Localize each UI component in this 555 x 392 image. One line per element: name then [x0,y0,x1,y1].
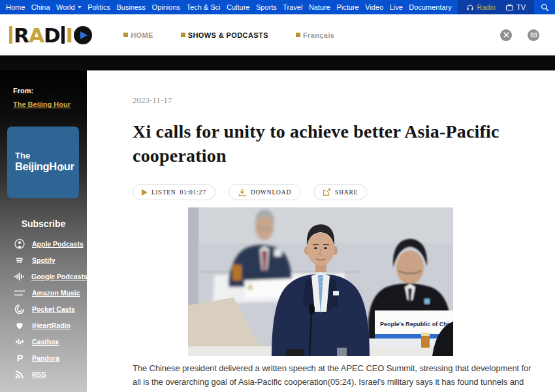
podcast-sidebar: From: The Beijing Hour The BeijingHur Su… [0,70,87,392]
radio-label: Radio [477,3,496,11]
nav-item-home[interactable]: Home [6,3,25,11]
article-photo: People's Republic of China [188,207,453,356]
menu-item-home[interactable]: HOME [123,31,153,39]
from-label: From: [13,87,87,95]
listen-button[interactable]: LISTEN 01:01:27 [133,184,215,200]
amazon-music-icon: amazonmusic [14,288,25,297]
menu-item-shows-podcasts[interactable]: SHOWS & PODCASTS [181,31,268,39]
svg-text:music: music [14,293,24,297]
square-bullet-icon [181,33,185,37]
google-podcasts-icon [14,271,24,282]
clock-icon [57,164,64,171]
menu-item-francais[interactable]: Français [296,31,334,39]
spotify-icon [14,255,25,265]
subscribe-castbox[interactable]: Castbox [0,333,87,350]
article-date: 2023-11-17 [133,95,555,106]
svg-text:People's Republic of China: People's Republic of China [380,321,453,327]
subscribe-list: Apple Podcasts Spotify Google Podcasts a… [0,235,87,382]
show-link-beijing-hour[interactable]: The Beijing Hour [13,100,71,108]
subscribe-apple-podcasts[interactable]: Apple Podcasts [0,235,87,252]
article-body: The Chinese president delivered a writte… [133,362,539,392]
x-twitter-icon [503,32,509,38]
beijing-hour-logo-line1: The [15,151,79,160]
nav-item-opinions[interactable]: Opinions [152,3,180,11]
square-bullet-icon [296,33,300,37]
download-button[interactable]: DOWNLOAD [229,184,300,200]
x-twitter-button[interactable] [500,29,512,41]
header-social-icons [500,29,539,41]
subscribe-label: Amazon Music [32,289,80,297]
subscribe-amazon-music[interactable]: amazonmusic Amazon Music [0,284,87,301]
rss-icon [14,369,25,380]
nav-item-live[interactable]: Live [390,3,403,11]
play-icon [142,189,148,196]
subscribe-pandora[interactable]: P Pandora [0,350,87,366]
menu-item-shows-label: SHOWS & PODCASTS [188,31,268,39]
subscribe-google-podcasts[interactable]: Google Podcasts [0,268,87,284]
tv-icon [505,3,514,11]
nav-item-travel[interactable]: Travel [283,3,302,11]
play-icon [80,31,87,39]
radio-link[interactable]: Radio [466,3,496,11]
subscribe-spotify[interactable]: Spotify [0,252,87,268]
square-bullet-icon [123,33,128,37]
apple-podcasts-icon [14,239,25,249]
tv-link[interactable]: TV [505,3,526,11]
subscribe-pocket-casts[interactable]: Pocket Casts [0,301,87,317]
top-nav: Home China World Politics Business Opini… [0,0,555,14]
share-button[interactable]: SHARE [313,184,367,200]
download-label: DOWNLOAD [251,189,291,196]
pandora-icon: P [14,353,25,363]
share-label: SHARE [335,189,358,196]
menu-item-francais-label: Français [303,31,334,39]
tv-label: TV [516,3,526,11]
beijing-hour-logo-line2b: ur [64,160,74,173]
beijing-hour-logo[interactable]: The BeijingHur [7,127,79,198]
media-switch-box: Radio TV [458,0,534,14]
subscribe-label: Pandora [32,354,59,362]
nav-item-business[interactable]: Business [116,3,146,11]
nav-item-documentary[interactable]: Documentary [409,3,451,11]
subscribe-label: Pocket Casts [32,305,75,313]
nav-item-picture[interactable]: Picture [336,3,358,11]
nav-item-sports[interactable]: Sports [256,3,277,11]
pocket-casts-icon [14,304,25,314]
header-menu: HOME SHOWS & PODCASTS Français [123,31,334,39]
article-title: Xi calls for unity to achieve better Asi… [133,119,524,168]
nav-item-world[interactable]: World [56,3,82,11]
black-divider-band [0,55,555,70]
search-icon [541,3,549,12]
nav-item-video[interactable]: Video [365,3,383,11]
nav-item-culture[interactable]: Culture [227,3,249,11]
subscribe-iheartradio[interactable]: iHeartRadio [0,317,87,333]
subscribe-label: Google Podcasts [31,273,87,280]
subscribe-label: Apple Podcasts [32,240,84,248]
nav-item-china[interactable]: China [31,3,50,11]
logo-letter: D [44,23,60,47]
action-buttons: LISTEN 01:01:27 DOWNLOAD SHARE [133,184,555,200]
subscribe-label: Castbox [32,338,59,346]
logo-bar [9,26,12,44]
email-button[interactable] [528,29,539,41]
subscribe-rss[interactable]: RSS [0,366,87,382]
article-main: 2023-11-17 Xi calls for unity to achieve… [87,70,555,392]
chevron-down-icon [78,6,82,8]
subscribe-label: Spotify [32,256,56,264]
radio-logo[interactable]: R A D I [8,23,92,47]
beijing-hour-logo-line2a: BeijingH [15,160,57,173]
logo-letter: I [66,23,73,47]
subscribe-title: Subscribe [0,219,87,229]
email-icon [530,31,537,38]
nav-item-tech-sci[interactable]: Tech & Sci [187,3,221,11]
listen-duration: 01:01:27 [180,189,206,196]
svg-text:P: P [17,353,23,363]
subscribe-label: RSS [32,370,46,378]
menu-item-home-label: HOME [131,31,153,39]
logo-letter: A [29,23,44,47]
share-icon [323,188,331,196]
search-button[interactable] [534,3,555,12]
listen-label: LISTEN [151,189,176,196]
nav-item-nature[interactable]: Nature [309,3,330,11]
nav-item-politics[interactable]: Politics [87,3,110,11]
logo-letter: R [14,23,29,47]
